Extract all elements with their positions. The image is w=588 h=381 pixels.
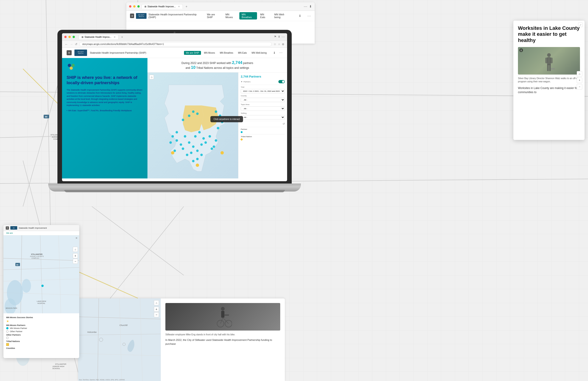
nav-mn-breathes[interactable]: MN Breathes	[218, 51, 235, 55]
nav-item-mn-wellbeing[interactable]: MN Well-being	[272, 12, 291, 19]
close-button[interactable]: ✕	[75, 236, 78, 240]
card-home-btn[interactable]: ⌂	[577, 71, 582, 76]
partners-filter-text: Partners	[243, 81, 250, 83]
svg-text:JUDGE'S SPORTS: JUDGE'S SPORTS	[30, 256, 44, 257]
svg-point-85	[204, 141, 207, 144]
svg-point-103	[215, 110, 217, 113]
partners-panel: 2,744 Partners ▼ Partners Year	[238, 73, 287, 178]
minimize-btn[interactable]	[133, 5, 136, 8]
ship-left-panel: SHIP is where you live: a network of loc…	[62, 58, 147, 178]
svg-rect-66	[221, 311, 224, 318]
mn-logo-small: MN	[10, 226, 17, 229]
svg-text:STILLWATER: STILLWATER	[31, 253, 42, 255]
tab-label: Statewide Health Improve...	[147, 5, 176, 8]
svg-text:Churchill: Churchill	[119, 324, 127, 326]
nav-item-we-are-ship[interactable]: We are SHIP	[205, 12, 222, 19]
laptop-tab-label: Statewide Health Improv...	[84, 36, 111, 38]
nav-item-mn-moves[interactable]: MN Moves	[223, 12, 238, 19]
svg-point-95	[196, 158, 199, 160]
bottom-zoom-out[interactable]: −	[154, 312, 159, 317]
nav-item-mn-breathes[interactable]: MN Breathes	[239, 12, 257, 19]
bookmark-icon[interactable]: ⚑	[274, 35, 276, 39]
card-image: ℹ	[518, 47, 580, 75]
laptop-tab[interactable]: ⊞ Statewide Health Improv... ✕	[79, 35, 119, 39]
more-icon-laptop[interactable]: ⋯	[282, 35, 285, 39]
setting-select[interactable]: - All -	[241, 115, 285, 119]
county-select[interactable]: - All -	[241, 98, 285, 102]
svg-point-81	[196, 150, 199, 152]
svg-text:JUNIOR HIGH: JUNIOR HIGH	[52, 365, 64, 367]
left-map-area[interactable]: 80 STILLWATER JUDGE'S SPORTS COMPLEX LAK…	[3, 235, 79, 313]
nav-mn-wellbeing[interactable]: MN Well-being	[250, 51, 269, 55]
card-zoom-in-btn[interactable]: +	[577, 77, 582, 83]
bottom-map[interactable]: Holcombe Churchill ⌂ + − Esri, TomTom, G…	[78, 298, 161, 381]
menu-dots-nav[interactable]: ⋯	[307, 14, 311, 18]
svg-point-38	[22, 279, 31, 293]
reload-btn[interactable]: ↺	[75, 42, 77, 46]
maximize-btn[interactable]	[137, 5, 140, 8]
extension-icon[interactable]: ⊕	[282, 42, 284, 46]
bookmark-star-icon[interactable]: ☆	[273, 42, 276, 46]
bottom-map-svg: Holcombe Churchill	[78, 298, 161, 381]
svg-point-89	[194, 135, 197, 138]
ship-people-logo	[67, 63, 76, 72]
separator-3	[241, 127, 285, 127]
profile-icon[interactable]: ○	[278, 42, 280, 46]
funnel-icon: ▼	[241, 81, 243, 83]
bottom-article-content: Stillwater employee Mike Eng stands in f…	[161, 298, 285, 381]
card-zoom-out-btn[interactable]: −	[577, 84, 582, 90]
mn-moves-partner-label: MN Moves Partner	[10, 327, 27, 329]
new-tab-icon[interactable]: +	[186, 5, 188, 8]
nav-mn-moves[interactable]: MN Moves	[202, 51, 217, 55]
partners-panel-title: 2,744 Partners	[241, 75, 285, 78]
card-body-text: Worksites in Lake County are making it e…	[518, 86, 580, 94]
nav-mn-eats[interactable]: MN Eats	[236, 51, 249, 55]
laptop-base-bottom	[64, 190, 285, 192]
close-btn[interactable]	[129, 5, 131, 8]
partner-legend-entry	[241, 131, 285, 133]
browser-right-controls: ⚑ ⬇ ⋯	[274, 35, 285, 39]
header-download-icon[interactable]: ⬇	[273, 51, 276, 55]
ship-map-section[interactable]: ⌂ Click anywhere to interact Esri, TomTo…	[147, 73, 287, 178]
bottom-map-home[interactable]: ⌂	[154, 300, 159, 305]
nav-item-mn-eats[interactable]: MN Eats	[258, 12, 271, 19]
new-tab-btn[interactable]: +	[121, 35, 123, 39]
crosshair-icon[interactable]: ⤢	[578, 22, 583, 27]
bottom-zoom-in[interactable]: +	[154, 307, 159, 312]
svg-point-65	[221, 307, 225, 311]
filter-topic: Topic Area - All -	[241, 103, 285, 111]
download-icon-nav[interactable]: ⬇	[299, 14, 301, 18]
year-select[interactable]: 2022 + Oct. 2 2021 - Oct. 31, 2022 and 2…	[241, 89, 285, 93]
download-icon[interactable]: ⬇	[309, 5, 312, 8]
minnesota-map-svg	[152, 74, 243, 178]
address-bar-input[interactable]: storymaps.arcgis.com/collections/9c80bbb…	[79, 42, 272, 46]
topic-select[interactable]: - All -	[241, 106, 285, 111]
reset-icon[interactable]: ↺	[283, 122, 285, 125]
teal-dot-icon	[6, 327, 8, 329]
menu-dots-icon[interactable]: ⋯	[304, 4, 307, 9]
card-content: ⤢ Worksites in Lake County make it easie…	[513, 21, 585, 99]
laptop-screen-frame: ⊞ Statewide Health Improv... ✕ + ⚑ ⬇ ⋯ ←…	[57, 30, 292, 184]
zoom-in-button[interactable]: +	[73, 253, 78, 258]
zoom-out-button[interactable]: −	[73, 259, 78, 264]
svg-point-100	[217, 127, 219, 129]
tab-icon-laptop: ⊞	[82, 36, 83, 38]
star-icon: ★	[6, 319, 9, 323]
home-button[interactable]: ⌂	[73, 247, 78, 252]
article-image	[165, 303, 280, 330]
laptop-close[interactable]	[64, 36, 67, 38]
laptop-tab-close[interactable]: ✕	[114, 36, 116, 38]
partners-toggle[interactable]	[278, 80, 285, 83]
bullet-icon: •	[67, 109, 67, 112]
laptop-minimize[interactable]	[68, 36, 71, 38]
tab-close-icon[interactable]: ✕	[178, 5, 180, 8]
back-btn[interactable]: ←	[65, 42, 68, 46]
nav-we-are-ship[interactable]: We are SHIP	[184, 51, 201, 55]
legend-mn-moves-partner: MN Moves Partner	[6, 327, 77, 329]
map-home-btn[interactable]: ⌂	[149, 75, 154, 79]
download-icon-laptop[interactable]: ⬇	[278, 35, 280, 39]
browser-tab[interactable]: ⊞ Statewide Health Improve... ✕	[142, 4, 183, 9]
laptop-maximize[interactable]	[73, 36, 75, 38]
forward-btn[interactable]: →	[70, 42, 73, 46]
header-menu-icon[interactable]: ⋯	[279, 51, 283, 55]
